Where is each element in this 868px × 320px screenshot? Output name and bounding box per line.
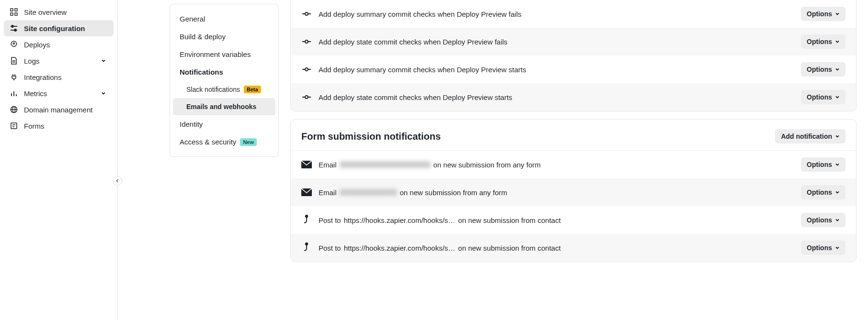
hook-icon xyxy=(301,215,312,225)
sidebar-item-label: Forms xyxy=(24,122,108,130)
rocket-icon xyxy=(10,40,18,49)
svg-point-8 xyxy=(13,43,15,44)
redacted-email xyxy=(340,189,397,196)
chevron-down-icon xyxy=(99,89,108,98)
form-notifications-card: Form submission notifications Add notifi… xyxy=(290,119,857,262)
sidebar-item-label: Domain management xyxy=(24,106,108,114)
svg-rect-1 xyxy=(15,9,17,11)
sidebar-item-metrics[interactable]: Metrics xyxy=(4,85,114,101)
notification-text: Add deploy state commit checks when Depl… xyxy=(319,93,794,101)
svg-rect-0 xyxy=(11,9,13,11)
options-button[interactable]: Options xyxy=(801,213,845,227)
notification-text: Email on new submission from any form xyxy=(319,161,794,169)
sidebar-item-site-overview[interactable]: Site overview xyxy=(4,4,114,20)
subnav-build-deploy[interactable]: Build & deploy xyxy=(173,28,275,45)
beta-badge: Beta xyxy=(244,86,261,93)
form-notification-row: Email on new submission from any form Op… xyxy=(291,178,856,206)
form-notification-row: Email on new submission from any form Op… xyxy=(291,151,856,178)
sidebar-item-label: Site overview xyxy=(24,8,108,16)
notification-text: Post to https://hooks.zapier.com/hooks/s… xyxy=(319,244,794,252)
commit-icon xyxy=(301,64,312,75)
new-badge: New xyxy=(240,138,257,146)
config-subnav: General Build & deploy Environment varia… xyxy=(170,4,279,157)
commit-icon xyxy=(301,36,312,47)
notification-text: Post to https://hooks.zapier.com/hooks/s… xyxy=(319,216,794,224)
mail-icon xyxy=(301,159,312,170)
sidebar: Site overview Site configuration Deploys… xyxy=(0,0,118,320)
options-button[interactable]: Options xyxy=(801,34,845,49)
sidebar-item-deploys[interactable]: Deploys xyxy=(4,36,114,53)
main-content: Add deploy summary commit checks when De… xyxy=(279,0,868,320)
subnav-general[interactable]: General xyxy=(173,10,275,28)
svg-point-7 xyxy=(14,29,16,31)
svg-rect-17 xyxy=(11,123,17,129)
sidebar-item-label: Deploys xyxy=(24,41,108,49)
svg-point-5 xyxy=(11,25,13,27)
svg-point-20 xyxy=(305,12,308,15)
notification-row: Add deploy state commit checks when Depl… xyxy=(291,83,856,111)
svg-point-34 xyxy=(306,215,308,217)
svg-rect-3 xyxy=(15,13,17,15)
hook-icon xyxy=(301,243,312,253)
sidebar-item-integrations[interactable]: Integrations xyxy=(4,69,114,85)
sidebar-item-domain-management[interactable]: Domain management xyxy=(4,101,114,118)
options-button[interactable]: Options xyxy=(801,7,845,21)
subnav-access-security[interactable]: Access & security New xyxy=(173,133,275,151)
bar-chart-icon xyxy=(10,89,18,98)
form-notification-row: Post to https://hooks.zapier.com/hooks/s… xyxy=(291,206,856,234)
sidebar-item-label: Logs xyxy=(24,57,93,65)
sidebar-item-label: Site configuration xyxy=(24,24,108,33)
add-notification-button[interactable]: Add notification xyxy=(775,129,845,143)
notification-row: Add deploy summary commit checks when De… xyxy=(291,55,856,83)
options-button[interactable]: Options xyxy=(801,62,845,77)
sliders-icon xyxy=(10,24,18,33)
collapse-sidebar-button[interactable] xyxy=(113,176,122,186)
card-header: Form submission notifications Add notifi… xyxy=(291,120,856,151)
subnav-slack-notifications[interactable]: Slack notifications Beta xyxy=(173,81,275,98)
notification-text: Add deploy summary commit checks when De… xyxy=(319,10,794,18)
file-icon xyxy=(10,56,18,65)
svg-rect-2 xyxy=(11,13,13,15)
svg-point-35 xyxy=(306,243,308,245)
plug-icon xyxy=(10,73,18,81)
sidebar-item-forms[interactable]: Forms xyxy=(4,118,114,134)
deploy-notifications-card: Add deploy summary commit checks when De… xyxy=(290,0,857,111)
commit-icon xyxy=(301,92,312,102)
card-title: Form submission notifications xyxy=(301,131,441,142)
subnav-env-vars[interactable]: Environment variables xyxy=(173,45,275,63)
options-button[interactable]: Options xyxy=(801,90,845,104)
svg-point-26 xyxy=(305,68,308,71)
svg-point-29 xyxy=(305,96,308,99)
notification-row: Add deploy state commit checks when Depl… xyxy=(291,28,856,55)
subnav-identity[interactable]: Identity xyxy=(173,115,275,133)
grid-icon xyxy=(10,8,18,16)
notification-text: Email on new submission from any form xyxy=(319,188,794,197)
options-button[interactable]: Options xyxy=(801,241,845,255)
sidebar-item-site-configuration[interactable]: Site configuration xyxy=(4,20,114,36)
mail-icon xyxy=(301,187,312,198)
notification-text: Add deploy summary commit checks when De… xyxy=(319,66,794,74)
subnav-emails-webhooks[interactable]: Emails and webhooks xyxy=(173,98,275,115)
sidebar-item-label: Metrics xyxy=(24,89,93,98)
subnav-label: Slack notifications xyxy=(186,86,240,93)
sidebar-item-label: Integrations xyxy=(24,73,108,81)
subnav-label: Access & security xyxy=(180,138,236,146)
globe-icon xyxy=(10,105,18,114)
options-button[interactable]: Options xyxy=(801,185,845,199)
subnav-notifications[interactable]: Notifications xyxy=(173,63,275,81)
options-button[interactable]: Options xyxy=(801,157,845,172)
form-icon xyxy=(10,121,18,130)
svg-point-23 xyxy=(305,40,308,43)
redacted-email xyxy=(340,161,431,168)
chevron-down-icon xyxy=(99,56,108,65)
form-notification-row: Post to https://hooks.zapier.com/hooks/s… xyxy=(291,234,856,262)
notification-text: Add deploy state commit checks when Depl… xyxy=(319,38,794,46)
commit-icon xyxy=(301,9,312,19)
sidebar-item-logs[interactable]: Logs xyxy=(4,53,114,69)
notification-row: Add deploy summary commit checks when De… xyxy=(291,0,856,28)
